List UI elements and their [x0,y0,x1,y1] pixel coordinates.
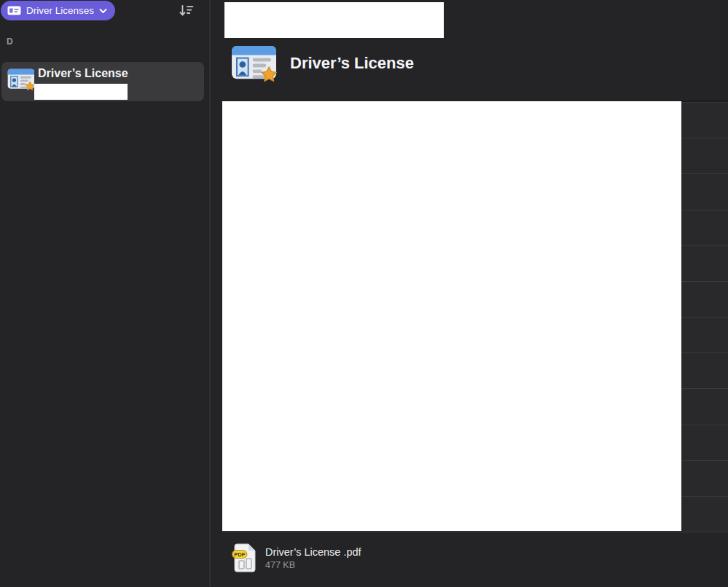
attachment-size: 477 KB [265,560,361,570]
redaction-overlay-item-subtitle [34,84,128,100]
attachment-meta: Driver’s License .pdf 477 KB [265,546,361,570]
pdf-badge-label: PDF [234,551,245,558]
attachment-name: Driver’s License .pdf [265,546,361,558]
category-filter-button[interactable]: Driver Licenses [1,1,115,20]
detail-pane: Driver’s License PDF Driver’s License .p… [211,0,728,587]
drivers-license-card-icon [231,44,280,85]
redaction-overlay-toolbar [224,2,444,38]
attachment-row[interactable]: PDF Driver’s License .pdf 477 KB [230,542,363,574]
app-window: Driver Licenses D [0,0,728,587]
category-filter-label: Driver Licenses [26,5,94,16]
chevron-down-icon [99,8,107,14]
sort-descending-icon [179,4,194,17]
section-letter-header: D [7,36,13,47]
sort-button[interactable] [173,1,198,20]
id-card-icon [7,5,21,16]
drivers-license-card-icon [7,68,36,92]
detail-title: Driver’s License [290,54,414,73]
redaction-overlay-fields [222,101,681,531]
sidebar: Driver Licenses D [0,0,209,587]
vault-item-drivers-license[interactable]: Driver’s License [1,62,204,101]
vault-item-title: Driver’s License [38,67,128,80]
pdf-file-icon: PDF [232,543,256,572]
